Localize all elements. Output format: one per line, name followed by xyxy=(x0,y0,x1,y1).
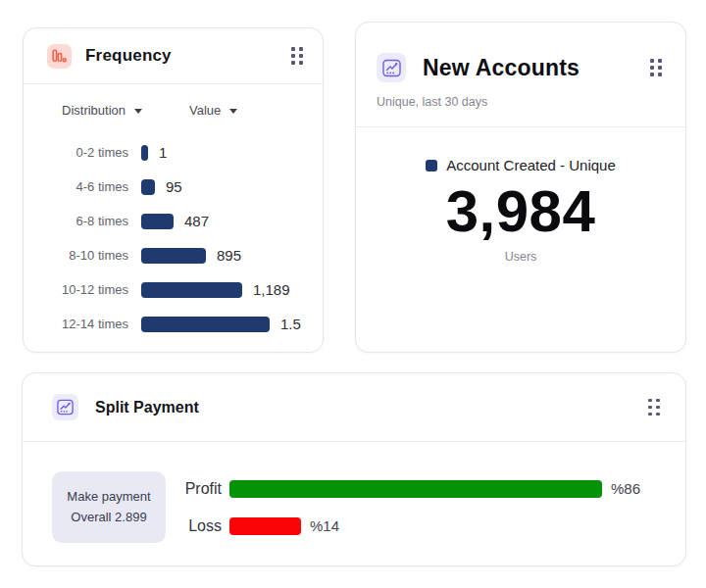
frequency-bar-row: 10-12 times1,189 xyxy=(24,272,323,307)
frequency-bar-row: 0-2 times1 xyxy=(24,135,323,170)
drag-handle-icon[interactable] xyxy=(287,43,307,69)
split-category-label: Profit xyxy=(168,480,222,498)
frequency-bar xyxy=(141,248,206,264)
frequency-value-label: 895 xyxy=(217,247,241,264)
frequency-value-label: 487 xyxy=(184,213,209,229)
frequency-bar-row: 4-6 times95 xyxy=(24,170,323,204)
new-accounts-value: 3,984 xyxy=(446,177,596,245)
split-payment-card-title: Split Payment xyxy=(95,399,199,416)
split-bar-row: Loss%14 xyxy=(168,517,656,535)
new-accounts-body: Account Created - Unique 3,984 Users xyxy=(356,127,685,264)
make-payment-info-box: Make payment Overall 2.899 xyxy=(52,471,166,543)
frequency-bar-row: 6-8 times487 xyxy=(24,204,323,238)
split-payment-header: Split Payment xyxy=(23,373,685,442)
distribution-dropdown-label: Distribution xyxy=(62,103,126,118)
new-accounts-widget: New Accounts Unique, last 30 days Accoun… xyxy=(355,22,686,353)
frequency-category-label: 10-12 times xyxy=(24,282,128,297)
frequency-chart: 0-2 times14-6 times956-8 times4878-10 ti… xyxy=(24,127,323,341)
frequency-value-label: 1.5 xyxy=(280,316,301,332)
split-payment-widget: Split Payment Make payment Overall 2.899… xyxy=(22,372,686,566)
value-dropdown-label: Value xyxy=(189,103,221,118)
chevron-down-icon xyxy=(134,109,142,114)
frequency-category-label: 12-14 times xyxy=(24,317,128,331)
split-payment-body: Make payment Overall 2.899 Profit%86Loss… xyxy=(23,442,685,543)
frequency-category-label: 8-10 times xyxy=(24,248,128,263)
frequency-value-label: 1,189 xyxy=(253,281,290,298)
new-accounts-header: New Accounts Unique, last 30 days xyxy=(356,23,685,127)
distribution-dropdown[interactable]: Distribution xyxy=(62,103,142,118)
new-accounts-card-title: New Accounts xyxy=(423,55,580,81)
drag-handle-icon[interactable] xyxy=(646,55,666,80)
bar-chart-icon xyxy=(47,44,72,69)
frequency-card-title: Frequency xyxy=(85,46,172,66)
new-accounts-unit: Users xyxy=(505,250,537,264)
info-box-line1: Make payment xyxy=(67,487,150,507)
split-payment-chart: Profit%86Loss%14 xyxy=(168,480,656,535)
new-accounts-subtitle: Unique, last 30 days xyxy=(377,95,666,109)
frequency-category-label: 0-2 times xyxy=(24,145,128,160)
drag-handle-icon[interactable] xyxy=(644,395,664,420)
frequency-bar xyxy=(141,145,148,161)
frequency-header: Frequency xyxy=(24,28,323,84)
frequency-bar-row: 8-10 times895 xyxy=(24,238,323,272)
line-chart-icon xyxy=(52,394,78,420)
split-category-label: Loss xyxy=(168,517,222,535)
frequency-category-label: 6-8 times xyxy=(24,214,128,228)
frequency-bar-row: 12-14 times1.5 xyxy=(24,307,323,341)
new-accounts-legend: Account Created - Unique xyxy=(426,157,616,173)
split-bar xyxy=(229,517,301,535)
line-chart-icon xyxy=(377,53,406,82)
frequency-value-label: 1 xyxy=(159,144,167,161)
frequency-widget: Frequency Distribution Value 0-2 times14… xyxy=(23,27,324,353)
split-value-label: %14 xyxy=(310,517,339,534)
frequency-bar xyxy=(141,179,155,195)
split-value-label: %86 xyxy=(611,480,640,497)
info-box-line2: Overall 2.899 xyxy=(71,508,146,527)
chevron-down-icon xyxy=(229,109,237,114)
frequency-category-label: 4-6 times xyxy=(24,179,128,194)
split-bar xyxy=(229,480,602,498)
frequency-value-label: 95 xyxy=(166,178,182,195)
legend-label: Account Created - Unique xyxy=(446,157,616,173)
split-bar-row: Profit%86 xyxy=(168,480,656,498)
value-dropdown[interactable]: Value xyxy=(189,103,237,118)
frequency-filter-row: Distribution Value xyxy=(24,84,323,127)
frequency-bar xyxy=(141,214,174,229)
frequency-bar xyxy=(141,317,270,332)
frequency-bar xyxy=(141,282,242,298)
legend-swatch xyxy=(426,160,437,172)
